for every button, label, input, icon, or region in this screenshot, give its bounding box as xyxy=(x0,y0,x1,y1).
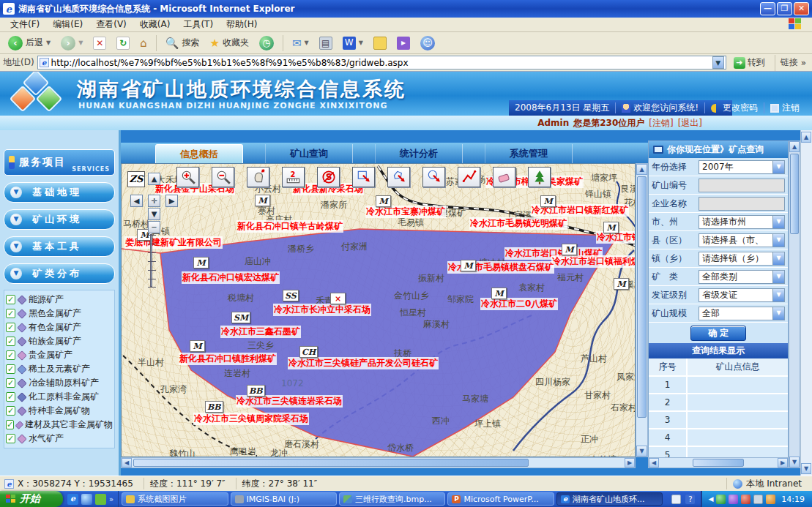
clear-selection-icon[interactable]: S xyxy=(317,167,340,187)
menu-item[interactable]: 文件(F) xyxy=(4,18,45,31)
mine-label[interactable]: 冷水江市宝寨冲煤矿 xyxy=(365,206,446,218)
pan-left-button[interactable]: ◀ xyxy=(130,195,143,207)
taskbar-window-button[interactable]: 系统截图图片 xyxy=(122,492,228,506)
scroll-thumb[interactable] xyxy=(790,154,799,234)
mine-marker[interactable]: M xyxy=(614,278,629,290)
tray-collapse-icon[interactable]: ◀ xyxy=(708,495,713,503)
map-vertical-scrollbar[interactable]: ▲ ▼ xyxy=(636,163,648,457)
layer-item[interactable]: ✓ 铂族金属矿产 xyxy=(6,334,113,348)
strip-logout-link[interactable]: [注销] xyxy=(649,117,673,129)
layer-checkbox[interactable]: ✓ xyxy=(6,378,15,388)
panel-horizontal-scrollbar[interactable]: ◀ ▶ xyxy=(648,457,789,468)
forward-dropdown-icon[interactable]: ▼ xyxy=(78,40,83,46)
taskbar-window-button[interactable]: 三维行政查询.bmp... xyxy=(339,492,445,506)
mine-label[interactable]: 冷水江市三尖镇连岩采石场 xyxy=(236,395,343,408)
layer-item[interactable]: ✓ 能源矿产 xyxy=(6,293,113,307)
menu-item[interactable]: 帮助(H) xyxy=(220,18,263,31)
layer-item[interactable]: ✓ 贵金属矿产 xyxy=(6,348,113,362)
home-button[interactable]: ⌂ xyxy=(136,36,151,50)
select-circle-icon[interactable] xyxy=(422,167,445,187)
layer-item[interactable]: ✓ 化工原料非金属矿 xyxy=(6,390,113,404)
scroll-down-icon[interactable]: ▼ xyxy=(636,446,647,457)
map-canvas[interactable]: 大禾坪小云村苏家湾杨桥村塘家坪艮溪村铎山镇花桥潘家所马桥村冲口镇寨村高庄村毛易镇… xyxy=(121,163,636,457)
combo-arrow-icon[interactable]: ▼ xyxy=(772,252,784,265)
zoom-slider[interactable] xyxy=(150,234,152,287)
map-horizontal-scrollbar[interactable]: ◀ ▶ xyxy=(121,457,636,468)
result-row[interactable]: 2 xyxy=(649,394,788,411)
layer-checkbox[interactable]: ✓ xyxy=(6,309,15,318)
sidebar-section-button[interactable]: ▼ 基础地理 xyxy=(4,182,115,203)
taskbar-window-button[interactable]: PMicrosoft PowerP... xyxy=(447,492,554,506)
pan-icon[interactable] xyxy=(247,167,269,187)
mine-label[interactable]: 冷水江市毛易镇光明煤矿 xyxy=(469,217,567,230)
mine-label[interactable]: 冷水江市岩口镇福利煤矿 xyxy=(551,255,636,268)
field-control[interactable]: 省级发证 ▼ xyxy=(699,288,785,302)
menu-item[interactable]: 工具(T) xyxy=(177,18,219,31)
tab[interactable]: 信息概括 xyxy=(155,144,243,163)
forward-button[interactable]: ›▼ xyxy=(57,34,86,52)
maximize-button[interactable]: ❐ xyxy=(777,2,792,15)
media-quicklaunch-icon[interactable] xyxy=(95,494,106,505)
mine-marker[interactable]: M xyxy=(562,244,577,255)
field-control[interactable]: 2007年 ▼ xyxy=(699,160,785,174)
center-button[interactable]: ✛ xyxy=(148,195,160,207)
tab[interactable]: 统计分析 xyxy=(375,144,463,163)
mine-marker[interactable]: M xyxy=(603,222,619,233)
pan-up-button[interactable]: ▲ xyxy=(148,173,160,185)
layer-item[interactable]: ✓ 黑色金属矿产 xyxy=(6,307,113,320)
sidebar-section-button[interactable]: ▼ 矿山环境 xyxy=(4,209,115,230)
address-dropdown-icon[interactable]: ▼ xyxy=(712,56,724,69)
refresh-button[interactable]: ↻ xyxy=(113,35,133,51)
eraser-icon[interactable] xyxy=(493,167,515,187)
mine-marker[interactable]: SM xyxy=(231,312,250,323)
layer-checkbox[interactable]: ✓ xyxy=(6,350,15,360)
layer-checkbox[interactable]: ✓ xyxy=(6,295,15,304)
mine-marker[interactable]: M xyxy=(461,260,476,271)
scroll-thumb[interactable] xyxy=(693,459,744,467)
scroll-thumb[interactable] xyxy=(133,459,529,467)
layer-checkbox[interactable]: ✓ xyxy=(6,420,14,429)
mine-marker[interactable]: M xyxy=(376,195,391,207)
history-button[interactable]: ◷ xyxy=(256,34,278,52)
scroll-right-icon[interactable]: ▶ xyxy=(778,458,788,467)
zoom-out-icon[interactable] xyxy=(212,167,234,187)
quicklaunch-more-icon[interactable]: » xyxy=(109,495,113,503)
combo-arrow-icon[interactable]: ▼ xyxy=(772,271,784,283)
mine-label[interactable]: 冷水江市三尖镇周家院采石场 xyxy=(193,413,309,425)
field-control[interactable]: 请选择市州 ▼ xyxy=(699,215,785,229)
search-button[interactable]: 🔍 搜索 xyxy=(162,35,204,50)
legend-icon[interactable] xyxy=(528,167,551,187)
result-row[interactable]: 4 xyxy=(649,429,788,446)
layer-checkbox[interactable]: ✓ xyxy=(6,364,15,374)
word-dropdown-icon[interactable]: ▼ xyxy=(359,40,363,46)
select-polygon-icon[interactable] xyxy=(387,167,410,187)
tab[interactable]: 系统管理 xyxy=(485,144,573,163)
mine-label[interactable]: 冷水江市二0八煤矿 xyxy=(480,298,558,310)
change-password-link[interactable]: 更改密码 xyxy=(704,102,764,113)
north-compass-icon[interactable]: ZS xyxy=(127,171,145,187)
combo-arrow-icon[interactable]: ▼ xyxy=(772,307,784,320)
mine-label[interactable]: 新化县石冲口镇羊古岭煤矿 xyxy=(236,220,343,233)
layer-item[interactable]: ✓ 有色金属矿产 xyxy=(6,320,113,334)
minimize-button[interactable]: — xyxy=(760,2,775,15)
layer-item[interactable]: ✓ 冶金辅助原料矿产 xyxy=(6,376,113,390)
mine-marker[interactable]: M xyxy=(255,195,270,206)
layer-item[interactable]: ✓ 特种非金属矿物 xyxy=(6,404,113,418)
mine-marker[interactable]: M xyxy=(193,257,209,268)
ie-quicklaunch-icon[interactable]: e xyxy=(67,494,78,505)
tray-icon-orange[interactable] xyxy=(766,495,775,504)
mine-label[interactable]: 新化县石冲口镇宏达煤矿 xyxy=(182,271,280,284)
field-control[interactable]: 全部类别 ▼ xyxy=(699,270,785,284)
combo-arrow-icon[interactable]: ▼ xyxy=(772,161,784,173)
layer-checkbox[interactable]: ✓ xyxy=(6,434,15,443)
help-icon[interactable]: ? xyxy=(685,495,695,504)
favorites-button[interactable]: ★ 收藏夹 xyxy=(206,35,253,50)
welcome-link[interactable]: 欢迎您访问系统! xyxy=(615,102,704,113)
zoom-minus-button[interactable]: − xyxy=(148,221,160,233)
mine-label[interactable]: 冷水江市三鑫石墨矿 xyxy=(220,326,301,338)
mine-marker[interactable]: CH xyxy=(299,346,318,358)
media-button[interactable]: ▸ xyxy=(393,35,414,51)
result-row[interactable]: 1 xyxy=(649,376,788,394)
draw-line-icon[interactable] xyxy=(458,167,480,187)
field-control[interactable]: 请选择镇（乡） ▼ xyxy=(699,252,785,266)
